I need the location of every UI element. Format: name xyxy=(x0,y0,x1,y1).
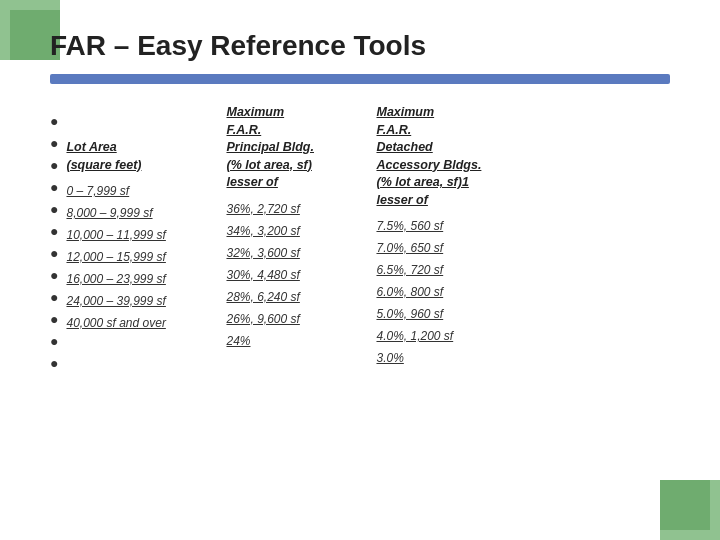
max-far-detached-header-text: Maximum F.A.R. Detached Accessory Bldgs.… xyxy=(376,104,481,209)
data-table: Lot Area (square feet) 0 – 7,999 sf 8,00… xyxy=(66,104,556,369)
bullet-7: ● xyxy=(50,242,58,264)
lot-area-column: Lot Area (square feet) 0 – 7,999 sf 8,00… xyxy=(66,104,226,369)
max-far-value-6: 26%, 9,600 sf xyxy=(226,308,376,330)
max-far-value-5: 28%, 6,240 sf xyxy=(226,286,376,308)
max-far-value-3: 32%, 3,600 sf xyxy=(226,242,376,264)
bullet-10: ● xyxy=(50,308,58,330)
max-far-detached-value-5: 5.0%, 960 sf xyxy=(376,303,556,325)
bullet-6: ● xyxy=(50,220,58,242)
max-far-detached-value-3: 6.5%, 720 sf xyxy=(376,259,556,281)
title-bar xyxy=(50,74,670,84)
lot-area-value-7: 40,000 sf and over xyxy=(66,312,226,334)
lot-area-value-1: 0 – 7,999 sf xyxy=(66,180,226,202)
max-far-detached-value-6: 4.0%, 1,200 sf xyxy=(376,325,556,347)
max-far-header-text: Maximum F.A.R. Principal Bldg. (% lot ar… xyxy=(226,104,314,192)
max-far-detached-column: Maximum F.A.R. Detached Accessory Bldgs.… xyxy=(376,104,556,369)
lot-area-value-2: 8,000 – 9,999 sf xyxy=(66,202,226,224)
page-content: FAR – Easy Reference Tools ● ● ● ● ● ● ●… xyxy=(0,0,720,540)
max-far-detached-value-1: 7.5%, 560 sf xyxy=(376,215,556,237)
bullet-2: ● xyxy=(50,132,58,154)
bullet-column: ● ● ● ● ● ● ● ● ● ● ● ● xyxy=(50,104,58,374)
table-wrapper: ● ● ● ● ● ● ● ● ● ● ● ● Lot Area (square… xyxy=(50,104,670,374)
max-far-value-7: 24% xyxy=(226,330,376,352)
lot-area-value-5: 16,000 – 23,999 sf xyxy=(66,268,226,290)
max-far-value-1: 36%, 2,720 sf xyxy=(226,198,376,220)
max-far-detached-value-4: 6.0%, 800 sf xyxy=(376,281,556,303)
bullet-9: ● xyxy=(50,286,58,308)
bullet-1: ● xyxy=(50,110,58,132)
bullet-12: ● xyxy=(50,352,58,374)
page-title: FAR – Easy Reference Tools xyxy=(50,30,670,62)
lot-area-value-3: 10,000 – 11,999 sf xyxy=(66,224,226,246)
lot-area-header-text: Lot Area (square feet) xyxy=(66,139,141,174)
bullet-5: ● xyxy=(50,198,58,220)
max-far-detached-header: Maximum F.A.R. Detached Accessory Bldgs.… xyxy=(376,104,556,209)
max-far-detached-value-7: 3.0% xyxy=(376,347,556,369)
bullet-11: ● xyxy=(50,330,58,352)
bullet-3: ● xyxy=(50,154,58,176)
lot-area-value-4: 12,000 – 15,999 sf xyxy=(66,246,226,268)
lot-area-header: Lot Area (square feet) xyxy=(66,104,226,174)
lot-area-value-6: 24,000 – 39,999 sf xyxy=(66,290,226,312)
max-far-detached-value-2: 7.0%, 650 sf xyxy=(376,237,556,259)
max-far-header: Maximum F.A.R. Principal Bldg. (% lot ar… xyxy=(226,104,376,192)
max-far-value-2: 34%, 3,200 sf xyxy=(226,220,376,242)
bullet-8: ● xyxy=(50,264,58,286)
max-far-column: Maximum F.A.R. Principal Bldg. (% lot ar… xyxy=(226,104,376,369)
max-far-value-4: 30%, 4,480 sf xyxy=(226,264,376,286)
bullet-4: ● xyxy=(50,176,58,198)
